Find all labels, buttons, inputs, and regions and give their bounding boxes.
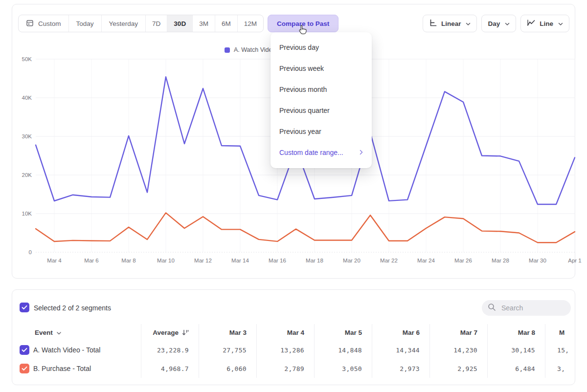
menu-item-previous-month[interactable]: Previous month <box>271 79 372 100</box>
x-axis-tick-label: Mar 10 <box>157 258 175 263</box>
menu-item-previous-day[interactable]: Previous day <box>271 37 372 58</box>
value-cell: 14,848 <box>315 341 372 359</box>
y-axis-tick-label: 50K <box>22 56 32 62</box>
x-axis-tick-label: Mar 20 <box>343 258 361 263</box>
x-axis-tick-label: Apr 1 <box>568 258 582 263</box>
menu-item-previous-quarter[interactable]: Previous quarter <box>271 100 372 121</box>
x-axis-tick-label: Mar 28 <box>492 258 509 263</box>
range-6m-button[interactable]: 6M <box>215 15 238 32</box>
segments-table-card: Selected 2 of 2 segments EventAverageMar… <box>12 289 575 385</box>
search-icon <box>488 303 496 313</box>
value-cell: 6,484 <box>488 359 545 378</box>
column-header-date: Mar 8 <box>488 324 545 341</box>
segment-cell: A. Watch Video - Total <box>12 341 141 359</box>
segment-checkbox[interactable] <box>20 345 29 355</box>
table-header-row: EventAverageMar 3Mar 4Mar 5Mar 6Mar 7Mar… <box>12 324 575 341</box>
line-chart-icon <box>527 19 536 28</box>
column-header-date: Mar 6 <box>372 324 430 341</box>
value-cell: 13,286 <box>257 341 315 359</box>
range-3m-button[interactable]: 3M <box>193 15 215 32</box>
y-axis-tick-label: 30K <box>22 133 32 139</box>
column-header-date: Mar 3 <box>199 324 257 341</box>
segment-search[interactable] <box>482 300 571 316</box>
chart-option-buttons: Linear Day Line <box>423 15 569 32</box>
chevron-down-icon <box>466 20 471 27</box>
value-cell: 6,060 <box>199 359 257 378</box>
chevron-down-icon <box>505 20 510 27</box>
y-axis-tick-label: 0 <box>29 249 32 255</box>
chevron-right-icon <box>360 149 363 156</box>
legend-item-watch-video[interactable]: A. Watch Video <box>225 46 275 53</box>
x-axis-tick-label: Mar 30 <box>529 258 546 263</box>
value-cell: 2,925 <box>430 359 488 378</box>
column-header-date: Mar 5 <box>315 324 372 341</box>
compare-to-past-button[interactable]: Compare to Past <box>268 15 339 32</box>
menu-item-custom-date-range[interactable]: Custom date range... <box>271 142 372 163</box>
value-cell: 14,230 <box>430 341 488 359</box>
average-value-cell: 4,968.7 <box>141 359 199 378</box>
segment-cell: B. Purchase - Total <box>12 359 141 378</box>
range-custom-label: Custom <box>38 20 61 27</box>
y-axis-tick-label: 10K <box>22 211 32 217</box>
y-axis-tick-label: 20K <box>22 172 32 178</box>
x-axis-tick-label: Mar 12 <box>194 258 212 263</box>
average-value-cell: 23,228.9 <box>141 341 199 359</box>
value-cell: 30,145 <box>488 341 545 359</box>
chevron-down-icon <box>558 20 563 27</box>
search-input[interactable] <box>500 304 565 312</box>
chevron-down-icon <box>57 329 61 336</box>
range-today-button[interactable]: Today <box>69 15 102 32</box>
value-cell: 27,755 <box>199 341 257 359</box>
column-header-date: Mar 4 <box>257 324 315 341</box>
scale-dropdown-button[interactable]: Linear <box>423 15 477 32</box>
chart-type-dropdown-button[interactable]: Line <box>520 15 569 32</box>
x-axis-tick-label: Mar 14 <box>231 258 249 263</box>
range-12m-button[interactable]: 12M <box>238 15 263 32</box>
select-all-checkbox[interactable] <box>20 303 29 312</box>
table-row: B. Purchase - Total4,968.76,0602,7893,05… <box>12 359 575 378</box>
table-row: A. Watch Video - Total23,228.927,75513,2… <box>12 341 575 359</box>
series-line-purchase <box>36 213 575 242</box>
menu-item-previous-year[interactable]: Previous year <box>271 121 372 142</box>
sort-descending-icon <box>182 329 189 336</box>
selected-segments-label: Selected 2 of 2 segments <box>34 304 111 312</box>
column-header-date: Mar 7 <box>430 324 488 341</box>
value-cell: 2,789 <box>257 359 315 378</box>
x-axis-tick-label: Mar 16 <box>269 258 286 263</box>
column-header-date: M <box>545 324 575 341</box>
segment-checkbox[interactable] <box>20 364 29 373</box>
range-7d-button[interactable]: 7D <box>146 15 167 32</box>
column-header-average[interactable]: Average <box>141 324 199 341</box>
y-axis-tick-label: 40K <box>22 95 32 101</box>
segment-label: B. Purchase - Total <box>33 365 91 372</box>
chart-toolbar: Custom Today Yesterday 7D 30D 3M 6M 12M … <box>18 15 569 32</box>
granularity-dropdown-button[interactable]: Day <box>481 15 516 32</box>
menu-item-previous-week[interactable]: Previous week <box>271 58 372 79</box>
date-range-segmented-control: Custom Today Yesterday 7D 30D 3M 6M 12M <box>18 15 264 32</box>
x-axis-tick-label: Mar 24 <box>417 258 435 263</box>
calendar-icon <box>26 19 34 28</box>
x-axis-tick-label: Mar 22 <box>380 258 398 263</box>
value-cell: 15, <box>545 341 575 359</box>
range-custom-button[interactable]: Custom <box>19 15 69 32</box>
average-header-label: Average <box>153 329 179 336</box>
compare-to-past-menu: Previous day Previous week Previous mont… <box>271 32 372 168</box>
x-axis-tick-label: Mar 6 <box>84 258 98 263</box>
column-header-event[interactable]: Event <box>12 324 141 341</box>
legend-swatch-watch-video <box>225 47 230 53</box>
x-axis-tick-label: Mar 4 <box>47 258 62 263</box>
x-axis-tick-label: Mar 8 <box>121 258 135 263</box>
event-header-label: Event <box>35 329 53 336</box>
x-axis-tick-label: Mar 18 <box>306 258 323 263</box>
x-axis-tick-label: Mar 26 <box>454 258 472 263</box>
value-cell: 2,973 <box>372 359 430 378</box>
segments-table: EventAverageMar 3Mar 4Mar 5Mar 6Mar 7Mar… <box>12 324 575 378</box>
axes-icon <box>429 19 437 28</box>
range-30d-button[interactable]: 30D <box>167 15 193 32</box>
value-cell: 3,050 <box>315 359 372 378</box>
range-yesterday-button[interactable]: Yesterday <box>102 15 146 32</box>
value-cell: 3, <box>545 359 575 378</box>
segment-label: A. Watch Video - Total <box>33 346 100 354</box>
value-cell: 14,344 <box>372 341 430 359</box>
